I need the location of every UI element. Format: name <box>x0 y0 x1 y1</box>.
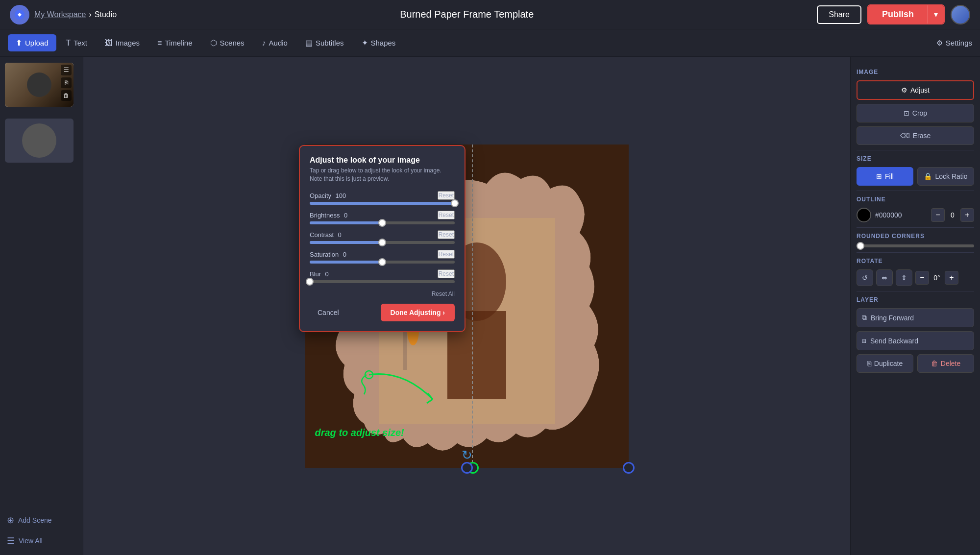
scenes-button[interactable]: ⬡ Scenes <box>202 34 252 51</box>
flip-h-button[interactable]: ⇔ <box>876 269 893 286</box>
saturation-value: 0 <box>343 251 346 258</box>
send-backward-label: Send Backward <box>870 337 918 345</box>
divider-3 <box>857 227 974 228</box>
bring-forward-button[interactable]: ⧉ Bring Forward <box>857 308 974 327</box>
erase-btn-row: ⌫ Erase <box>857 126 974 145</box>
rounded-corners-thumb[interactable] <box>857 242 864 250</box>
blur-label: Blur <box>310 270 321 278</box>
blur-reset-button[interactable]: Reset <box>438 269 455 278</box>
outline-increase-button[interactable]: + <box>960 208 974 222</box>
settings-button[interactable]: ⚙ Settings <box>936 39 972 48</box>
audio-button[interactable]: ♪ Audio <box>254 35 295 51</box>
outline-stepper: − 0 + <box>931 208 974 222</box>
bring-forward-icon: ⧉ <box>862 314 867 322</box>
view-all-icon: ☰ <box>7 535 15 546</box>
size-btn-row: ⊞ Fill 🔒 Lock Ratio <box>857 167 974 186</box>
breadcrumb: My Workspace › Studio <box>34 10 117 19</box>
erase-label: Erase <box>913 132 931 140</box>
scene-thumbnail[interactable]: ☰ ⎘ 🗑 <box>5 63 74 107</box>
contrast-reset-button[interactable]: Reset <box>438 230 455 239</box>
subtitles-button[interactable]: ▤ Subtitles <box>297 34 352 51</box>
breadcrumb-separator: › <box>89 10 92 19</box>
crop-label: Crop <box>912 109 927 117</box>
brightness-reset-button[interactable]: Reset <box>438 211 455 219</box>
thumb-menu-button[interactable]: ☰ <box>61 65 72 75</box>
resize-handle-bottom-right[interactable] <box>623 462 635 474</box>
add-scene-button[interactable]: ⊕ Add Scene <box>5 512 78 529</box>
outline-row: #000000 − 0 + <box>857 208 974 222</box>
rotate-increase-button[interactable]: + <box>945 271 958 285</box>
adjust-label: Adjust <box>910 86 930 94</box>
rounded-corners-track[interactable] <box>857 244 974 247</box>
contrast-track[interactable] <box>310 241 455 244</box>
outline-color-swatch[interactable] <box>857 208 871 222</box>
publish-button[interactable]: Publish <box>868 5 928 24</box>
studio-label: Studio <box>95 10 117 19</box>
reset-all-button[interactable]: Reset All <box>432 290 455 297</box>
shapes-button[interactable]: ✦ Shapes <box>354 34 404 51</box>
fill-label: Fill <box>885 172 894 180</box>
document-title: Burned Paper Frame Template <box>117 9 817 20</box>
adjust-dialog-subtitle: Tap or drag below to adjust the look of … <box>310 167 455 183</box>
drag-hint: drag to adjust size! <box>315 427 404 438</box>
crop-btn-row: ⊡ Crop <box>857 104 974 122</box>
saturation-track[interactable] <box>310 261 455 264</box>
delete-button[interactable]: 🗑 Delete <box>917 354 974 373</box>
flip-v-button[interactable]: ⇕ <box>896 269 912 286</box>
settings-icon: ⚙ <box>936 39 943 48</box>
view-all-label: View All <box>19 537 43 545</box>
thumb-overlay: ☰ ⎘ 🗑 <box>5 63 74 107</box>
layer-btn-row2: ⎘ Duplicate 🗑 Delete <box>857 354 974 373</box>
images-button[interactable]: 🖼 Images <box>97 35 147 51</box>
settings-label: Settings <box>946 39 972 47</box>
layer-section-title: LAYER <box>857 296 974 303</box>
cancel-button[interactable]: Cancel <box>310 305 347 320</box>
rotate-ccw-button[interactable]: ↺ <box>857 269 873 286</box>
saturation-reset-button[interactable]: Reset <box>438 250 455 259</box>
done-adjusting-button[interactable]: Done Adjusting › <box>381 304 455 321</box>
thumb-delete-button[interactable]: 🗑 <box>61 90 72 101</box>
erase-icon: ⌫ <box>900 132 910 140</box>
adjust-image-button[interactable]: ⚙ Adjust <box>857 80 974 100</box>
view-all-button[interactable]: ☰ View All <box>5 532 78 549</box>
timeline-button[interactable]: ≡ Timeline <box>149 35 200 51</box>
duplicate-button[interactable]: ⎘ Duplicate <box>857 354 913 373</box>
brightness-label: Brightness <box>310 212 340 219</box>
crop-icon: ⊡ <box>904 109 909 117</box>
rotate-decrease-button[interactable]: − <box>915 271 929 285</box>
opacity-reset-button[interactable]: Reset <box>438 191 455 200</box>
blur-track[interactable] <box>310 280 455 283</box>
rounded-section-title: ROUNDED CORNERS <box>857 233 974 240</box>
outline-decrease-button[interactable]: − <box>931 208 945 222</box>
toolbar: ⬆ Upload T Text 🖼 Images ≡ Timeline ⬡ Sc… <box>0 29 980 57</box>
crop-button[interactable]: ⊡ Crop <box>857 104 974 122</box>
images-icon: 🖼 <box>105 39 113 48</box>
layer-btn-list: ⧉ Bring Forward ⧈ Send Backward <box>857 308 974 350</box>
bring-forward-label: Bring Forward <box>871 314 914 322</box>
top-nav: My Workspace › Studio Burned Paper Frame… <box>0 0 980 29</box>
drag-arrow-svg <box>354 365 452 424</box>
text-button[interactable]: T Text <box>58 35 95 51</box>
fill-button[interactable]: ⊞ Fill <box>857 167 913 186</box>
send-backward-button[interactable]: ⧈ Send Backward <box>857 331 974 350</box>
lock-ratio-button[interactable]: 🔒 Lock Ratio <box>917 167 974 186</box>
opacity-track[interactable] <box>310 202 455 205</box>
resize-handle-bottom-center[interactable] <box>461 462 473 474</box>
brightness-track[interactable] <box>310 221 455 224</box>
brightness-value: 0 <box>344 212 347 219</box>
erase-button[interactable]: ⌫ Erase <box>857 126 974 145</box>
share-button[interactable]: Share <box>817 5 861 24</box>
publish-group: Publish ▾ <box>867 4 945 24</box>
publish-caret-button[interactable]: ▾ <box>928 5 944 24</box>
timeline-icon: ≡ <box>157 39 162 48</box>
workspace-link[interactable]: My Workspace <box>34 10 86 19</box>
upload-button[interactable]: ⬆ Upload <box>8 34 56 51</box>
refresh-icon[interactable]: ↻ <box>462 448 472 463</box>
contrast-value: 0 <box>338 231 342 239</box>
canvas-area: ↻ drag to adjust size! Adjust the look o… <box>83 57 850 555</box>
fill-icon: ⊞ <box>876 172 882 180</box>
thumb-copy-button[interactable]: ⎘ <box>61 77 72 88</box>
image-section-title: IMAGE <box>857 69 974 75</box>
divider-1 <box>857 150 974 150</box>
add-scene-label: Add Scene <box>18 516 52 524</box>
